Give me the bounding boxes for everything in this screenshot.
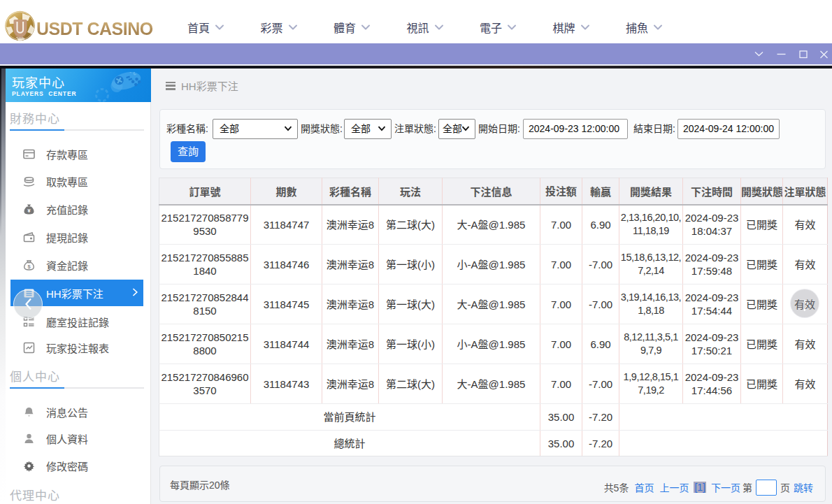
svg-text:$: $ [27,263,31,269]
svg-text:¥: ¥ [27,207,31,213]
svg-text:Casino: Casino [15,36,25,39]
